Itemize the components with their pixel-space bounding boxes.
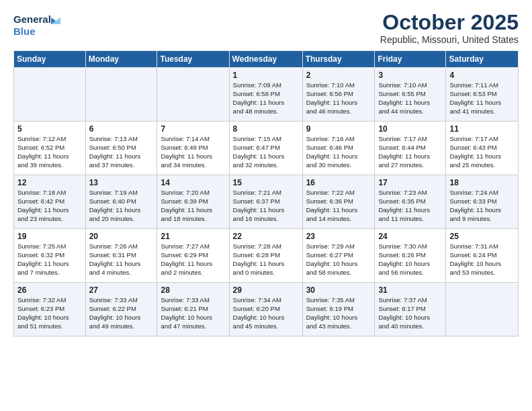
cell-info: Sunrise: 7:17 AM Sunset: 6:44 PM Dayligh… <box>378 135 443 169</box>
day-number: 22 <box>233 232 300 241</box>
cell-info: Sunrise: 7:30 AM Sunset: 6:26 PM Dayligh… <box>378 242 443 277</box>
day-number: 11 <box>449 124 515 134</box>
cell-info: Sunrise: 7:24 AM Sunset: 6:33 PM Dayligh… <box>449 189 515 223</box>
day-number: 23 <box>306 232 372 241</box>
day-number: 28 <box>161 285 226 295</box>
svg-text:Blue: Blue <box>13 26 36 37</box>
calendar-cell: 4Sunrise: 7:11 AM Sunset: 6:53 PM Daylig… <box>446 68 519 122</box>
calendar-cell: 9Sunrise: 7:16 AM Sunset: 6:46 PM Daylig… <box>302 122 375 175</box>
day-number: 31 <box>378 285 443 295</box>
day-number: 6 <box>89 124 154 134</box>
week-row-1: 1Sunrise: 7:09 AM Sunset: 6:58 PM Daylig… <box>14 68 519 122</box>
day-number: 26 <box>17 285 83 295</box>
cell-info: Sunrise: 7:37 AM Sunset: 6:17 PM Dayligh… <box>378 296 443 330</box>
calendar-cell: 20Sunrise: 7:26 AM Sunset: 6:31 PM Dayli… <box>85 229 157 283</box>
header-row: SundayMondayTuesdayWednesdayThursdayFrid… <box>14 51 519 68</box>
calendar-cell: 7Sunrise: 7:14 AM Sunset: 6:49 PM Daylig… <box>157 122 229 175</box>
day-number: 21 <box>161 232 226 241</box>
calendar-cell: 15Sunrise: 7:21 AM Sunset: 6:37 PM Dayli… <box>229 175 302 229</box>
cell-info: Sunrise: 7:10 AM Sunset: 6:56 PM Dayligh… <box>306 81 372 116</box>
day-number: 25 <box>449 232 515 241</box>
cell-info: Sunrise: 7:20 AM Sunset: 6:39 PM Dayligh… <box>161 189 226 223</box>
day-number: 27 <box>89 285 154 295</box>
calendar-cell: 27Sunrise: 7:33 AM Sunset: 6:22 PM Dayli… <box>85 283 157 336</box>
day-number: 7 <box>161 124 226 134</box>
cell-info: Sunrise: 7:35 AM Sunset: 6:19 PM Dayligh… <box>306 296 372 330</box>
calendar-cell: 13Sunrise: 7:19 AM Sunset: 6:40 PM Dayli… <box>85 175 157 229</box>
day-number: 10 <box>378 124 443 134</box>
cell-info: Sunrise: 7:34 AM Sunset: 6:20 PM Dayligh… <box>233 296 300 330</box>
day-header-sunday: Sunday <box>14 51 86 68</box>
day-number: 18 <box>449 178 515 187</box>
cell-info: Sunrise: 7:25 AM Sunset: 6:32 PM Dayligh… <box>17 242 83 277</box>
day-number: 12 <box>17 178 83 187</box>
cell-info: Sunrise: 7:14 AM Sunset: 6:49 PM Dayligh… <box>161 135 226 169</box>
calendar-cell: 22Sunrise: 7:28 AM Sunset: 6:28 PM Dayli… <box>229 229 302 283</box>
day-number: 16 <box>306 178 372 187</box>
day-number: 24 <box>378 232 443 241</box>
cell-info: Sunrise: 7:16 AM Sunset: 6:46 PM Dayligh… <box>306 135 372 169</box>
logo-icon: GeneralBlue <box>13 11 60 38</box>
logo: GeneralBlue <box>13 11 60 38</box>
cell-info: Sunrise: 7:32 AM Sunset: 6:23 PM Dayligh… <box>17 296 83 330</box>
calendar-cell: 24Sunrise: 7:30 AM Sunset: 6:26 PM Dayli… <box>375 229 446 283</box>
calendar-cell: 25Sunrise: 7:31 AM Sunset: 6:24 PM Dayli… <box>446 229 519 283</box>
day-header-tuesday: Tuesday <box>157 51 229 68</box>
week-row-4: 19Sunrise: 7:25 AM Sunset: 6:32 PM Dayli… <box>14 229 519 283</box>
calendar-cell <box>446 283 519 336</box>
calendar-cell: 2Sunrise: 7:10 AM Sunset: 6:56 PM Daylig… <box>302 68 375 122</box>
calendar-cell: 10Sunrise: 7:17 AM Sunset: 6:44 PM Dayli… <box>375 122 446 175</box>
calendar-cell <box>14 68 86 122</box>
month-title: October 2025 <box>380 11 519 34</box>
cell-info: Sunrise: 7:26 AM Sunset: 6:31 PM Dayligh… <box>89 242 154 277</box>
calendar-cell <box>157 68 229 122</box>
cell-info: Sunrise: 7:27 AM Sunset: 6:29 PM Dayligh… <box>161 242 226 277</box>
day-number: 17 <box>378 178 443 187</box>
calendar-cell: 12Sunrise: 7:18 AM Sunset: 6:42 PM Dayli… <box>14 175 86 229</box>
cell-info: Sunrise: 7:11 AM Sunset: 6:53 PM Dayligh… <box>449 81 515 116</box>
day-header-friday: Friday <box>375 51 446 68</box>
day-number: 8 <box>233 124 300 134</box>
calendar-cell: 26Sunrise: 7:32 AM Sunset: 6:23 PM Dayli… <box>14 283 86 336</box>
header: GeneralBlue October 2025 Republic, Misso… <box>13 11 519 45</box>
cell-info: Sunrise: 7:10 AM Sunset: 6:55 PM Dayligh… <box>378 81 443 116</box>
day-header-saturday: Saturday <box>446 51 519 68</box>
location-subtitle: Republic, Missouri, United States <box>380 34 519 45</box>
day-number: 29 <box>233 285 300 295</box>
page-container: GeneralBlue October 2025 Republic, Misso… <box>0 0 532 343</box>
calendar-cell: 21Sunrise: 7:27 AM Sunset: 6:29 PM Dayli… <box>157 229 229 283</box>
day-number: 5 <box>17 124 83 134</box>
day-number: 20 <box>89 232 154 241</box>
day-number: 2 <box>306 71 372 80</box>
calendar-cell: 11Sunrise: 7:17 AM Sunset: 6:43 PM Dayli… <box>446 122 519 175</box>
day-number: 1 <box>233 71 300 80</box>
week-row-5: 26Sunrise: 7:32 AM Sunset: 6:23 PM Dayli… <box>14 283 519 336</box>
day-number: 30 <box>306 285 372 295</box>
calendar-cell: 14Sunrise: 7:20 AM Sunset: 6:39 PM Dayli… <box>157 175 229 229</box>
day-number: 13 <box>89 178 154 187</box>
day-header-thursday: Thursday <box>302 51 375 68</box>
day-number: 4 <box>449 71 515 80</box>
day-number: 3 <box>378 71 443 80</box>
calendar-cell: 28Sunrise: 7:33 AM Sunset: 6:21 PM Dayli… <box>157 283 229 336</box>
calendar-cell: 1Sunrise: 7:09 AM Sunset: 6:58 PM Daylig… <box>229 68 302 122</box>
cell-info: Sunrise: 7:09 AM Sunset: 6:58 PM Dayligh… <box>233 81 300 116</box>
cell-info: Sunrise: 7:13 AM Sunset: 6:50 PM Dayligh… <box>89 135 154 169</box>
title-block: October 2025 Republic, Missouri, United … <box>380 11 519 45</box>
cell-info: Sunrise: 7:23 AM Sunset: 6:35 PM Dayligh… <box>378 189 443 223</box>
week-row-3: 12Sunrise: 7:18 AM Sunset: 6:42 PM Dayli… <box>14 175 519 229</box>
calendar-table: SundayMondayTuesdayWednesdayThursdayFrid… <box>13 50 519 336</box>
calendar-cell <box>85 68 157 122</box>
calendar-cell: 16Sunrise: 7:22 AM Sunset: 6:36 PM Dayli… <box>302 175 375 229</box>
calendar-cell: 29Sunrise: 7:34 AM Sunset: 6:20 PM Dayli… <box>229 283 302 336</box>
cell-info: Sunrise: 7:28 AM Sunset: 6:28 PM Dayligh… <box>233 242 300 277</box>
cell-info: Sunrise: 7:17 AM Sunset: 6:43 PM Dayligh… <box>449 135 515 169</box>
calendar-cell: 31Sunrise: 7:37 AM Sunset: 6:17 PM Dayli… <box>375 283 446 336</box>
calendar-cell: 5Sunrise: 7:12 AM Sunset: 6:52 PM Daylig… <box>14 122 86 175</box>
calendar-cell: 8Sunrise: 7:15 AM Sunset: 6:47 PM Daylig… <box>229 122 302 175</box>
day-header-wednesday: Wednesday <box>229 51 302 68</box>
calendar-cell: 17Sunrise: 7:23 AM Sunset: 6:35 PM Dayli… <box>375 175 446 229</box>
cell-info: Sunrise: 7:12 AM Sunset: 6:52 PM Dayligh… <box>17 135 83 169</box>
cell-info: Sunrise: 7:18 AM Sunset: 6:42 PM Dayligh… <box>17 189 83 223</box>
cell-info: Sunrise: 7:19 AM Sunset: 6:40 PM Dayligh… <box>89 189 154 223</box>
